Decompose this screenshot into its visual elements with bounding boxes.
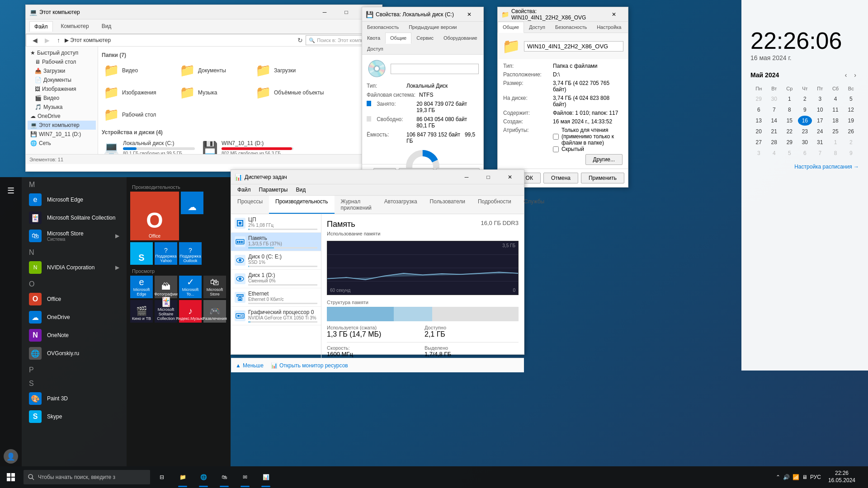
tab-prev-versions[interactable]: Предыдущие версии [404,22,462,33]
taskbar-mail-btn[interactable]: ✉ [235,466,255,488]
calendar-day[interactable]: 13 [751,116,766,126]
taskbar-task-view[interactable]: ⊟ [152,466,172,488]
start-item-edge[interactable]: e Microsoft Edge [22,191,127,209]
folder-name-input[interactable] [524,41,623,52]
tm-proc-ethernet[interactable]: Ethernet Ethernet 0 Кбит/с [231,288,321,307]
tray-show-icons[interactable]: ⌃ [776,474,780,480]
tab-access[interactable]: Доступ [362,43,388,54]
taskbar-edge-btn[interactable]: 🌐 [193,466,213,488]
calendar-schedule-link[interactable]: Настройка расписания → [750,164,859,170]
ribbon-tab-file[interactable]: Файл [29,21,53,32]
calendar-prev-btn[interactable]: ‹ [842,70,850,80]
explorer-maximize[interactable]: □ [336,5,357,19]
calendar-next-btn[interactable]: › [851,70,859,80]
folder-props-cancel[interactable]: Отмена [543,173,578,183]
folder-props-apply[interactable]: Применить [581,173,624,183]
calendar-day[interactable]: 5 [844,94,858,104]
calendar-day[interactable]: 25 [828,127,843,136]
tm-tab-processes[interactable]: Процессы [231,196,269,214]
ribbon-tab-view[interactable]: Вид [97,21,116,32]
start-button[interactable] [0,466,22,488]
calendar-day[interactable]: 27 [751,137,766,147]
sidebar-downloads[interactable]: 📥Загрузки [28,66,96,75]
calendar-day[interactable]: 1 [828,137,843,147]
folder-tab-config[interactable]: Настройка [592,22,626,33]
folder-docs[interactable]: 📁 Документы [178,61,250,80]
sidebar-music[interactable]: 🎵Музыка [28,103,96,112]
start-item-onenote[interactable]: N OneNote [22,326,127,344]
calendar-day[interactable]: 10 [813,105,827,115]
tab-security[interactable]: Безопасность [362,22,404,33]
folder-images[interactable]: 📁 Изображения [102,83,174,102]
tm-proc-disk1[interactable]: Диск 1 (D:) Сменный 0% [231,270,321,288]
tm-tab-details[interactable]: Подробности [472,196,518,214]
tm-footer-less[interactable]: ▲ Меньше [236,362,264,369]
start-item-ovgorskiy[interactable]: 🌐 OVGorskiy.ru [22,344,127,362]
folder-tab-access[interactable]: Доступ [524,22,550,33]
calendar-day[interactable]: 14 [767,116,781,126]
tile-edge-preview[interactable]: e Microsoft Edge [130,276,153,298]
nav-up[interactable]: ↑ [54,36,63,45]
calendar-day[interactable]: 4 [828,94,843,104]
tm-proc-disk0[interactable]: Диск 0 (C: E:) SSD 1% [231,251,321,270]
sidebar-video[interactable]: 🎬Видео [28,94,96,103]
calendar-day[interactable]: 8 [828,148,843,158]
calendar-day[interactable]: 8 [782,105,797,115]
sidebar-desktop[interactable]: 🖥Рабочий стол [28,57,96,66]
nav-back[interactable]: ◀ [30,36,40,45]
calendar-day[interactable]: 9 [798,105,812,115]
tray-battery-icon[interactable]: 🖥 [802,474,807,480]
calendar-day[interactable]: 3 [813,94,827,104]
start-item-nvidia[interactable]: N NVIDIA Corporation ▶ [22,258,127,277]
taskbar-explorer-btn[interactable]: 📁 [173,466,193,488]
folder-desktop[interactable]: 📁 Рабочий стол [102,105,174,124]
calendar-day[interactable]: 18 [828,116,843,126]
calendar-day[interactable]: 30 [798,137,812,147]
disk-props-close[interactable]: ✕ [459,7,480,22]
readonly-checkbox[interactable] [553,134,559,140]
calendar-day[interactable]: 24 [813,127,827,136]
start-item-onedrive[interactable]: ☁ OneDrive [22,308,127,326]
nav-forward[interactable]: ▶ [42,36,52,45]
calendar-day[interactable]: 11 [828,105,843,115]
folder-props-close[interactable]: ✕ [604,7,624,22]
calendar-day[interactable]: 7 [767,105,781,115]
tile-yahoo-support[interactable]: ? Поддержка Yahoo [155,242,177,265]
calendar-day[interactable]: 3 [751,148,766,158]
tm-proc-gpu[interactable]: Графический процессор 0 NVIDIA GeForce G… [231,307,321,325]
tile-yandex-music[interactable]: ♪ Яндекс.Музыка [179,300,202,323]
sidebar-network[interactable]: 🌐Сеть [28,139,96,148]
refresh-btn[interactable]: ↻ [297,36,304,45]
calendar-day[interactable]: 9 [844,148,858,158]
folder-music[interactable]: 📁 Музыка [178,83,250,102]
tray-volume-icon[interactable]: 📶 [793,474,799,480]
tab-service[interactable]: Сервис [411,33,439,43]
tab-general[interactable]: Общие [385,33,411,44]
ribbon-tab-computer[interactable]: Компьютер [57,21,94,32]
tm-tab-users[interactable]: Пользователи [424,196,472,214]
disk-c[interactable]: 💻 Локальный диск (C:) 80,1 ГБ свободно и… [102,138,197,154]
folder-tab-general[interactable]: Общие [498,22,524,33]
start-item-solitaire[interactable]: 🃏 Microsoft Solitaire Collection [22,209,127,227]
tm-tab-performance[interactable]: Производительность [269,196,334,214]
tile-skype[interactable]: S [130,242,153,265]
tile-solitaire-preview[interactable]: 🃏 Microsoft Solitaire Collection [155,300,177,323]
calendar-day[interactable]: 20 [751,127,766,136]
start-item-paint3d[interactable]: 🎨 Paint 3D [22,389,127,408]
tm-proc-cpu[interactable]: ЦП 2% 1,08 ГГц [231,214,321,233]
tm-footer-monitor[interactable]: 📊 Открыть монитор ресурсов [271,362,348,369]
address-crumb-pc[interactable]: ▶ Этот компьютер [65,37,111,43]
hidden-checkbox[interactable] [553,146,559,152]
calendar-day[interactable]: 6 [798,148,812,158]
start-item-skype[interactable]: S Skype [22,408,127,426]
calendar-day[interactable]: 2 [798,94,812,104]
tm-close[interactable]: ✕ [500,170,520,184]
tile-store-preview[interactable]: 🛍 Microsoft Store [203,276,226,298]
tm-menu-params[interactable]: Параметры [255,185,292,194]
tray-network-icon[interactable]: 🔊 [783,474,790,480]
sidebar-images[interactable]: 🖼Изображения [28,84,96,94]
tile-photos-preview[interactable]: 🏔 Фотографии [155,276,177,298]
calendar-day[interactable]: 6 [751,105,766,115]
calendar-day[interactable]: 19 [844,116,858,126]
calendar-day[interactable]: 12 [844,105,858,115]
